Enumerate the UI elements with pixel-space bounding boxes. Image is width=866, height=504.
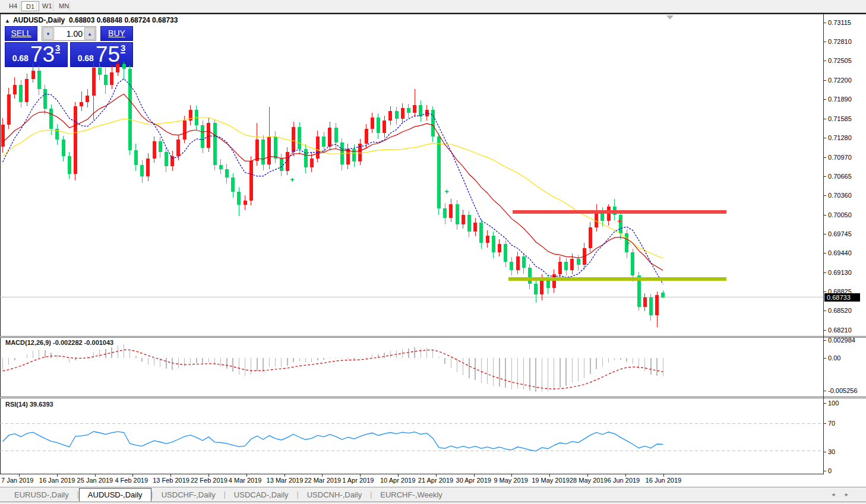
candle-body	[128, 69, 132, 150]
candle-body	[322, 137, 325, 147]
axis-tick	[823, 234, 826, 234]
macd-indicator-canvas[interactable]	[0, 337, 823, 397]
candle-body	[159, 141, 162, 152]
date-axis-tick	[322, 474, 323, 477]
candle-body	[413, 105, 416, 113]
price-scale-label: 0.71280	[828, 134, 852, 141]
axis-tick	[823, 42, 826, 42]
ma-fast-line	[3, 79, 663, 284]
axis-tick	[823, 452, 826, 452]
candle-body	[92, 68, 96, 96]
ma-slow-line	[3, 118, 663, 258]
candle-body	[165, 152, 168, 166]
candle-body	[7, 94, 11, 125]
date-axis-label: 19 May 2019	[532, 477, 570, 484]
candle-body	[334, 128, 338, 142]
axis-tick	[823, 138, 826, 138]
candle-body	[249, 161, 253, 201]
symbol-tab-usdchf[interactable]: USDCHF-,Daily	[153, 489, 224, 501]
candle-body	[153, 141, 156, 159]
candle-body	[274, 137, 277, 159]
axis-tick	[823, 358, 826, 359]
resistance-line[interactable]	[513, 210, 726, 214]
date-axis-tick	[19, 474, 20, 477]
symbol-tab-eurusd[interactable]: EURUSD-,Daily	[6, 489, 77, 501]
rsi-scale-label: 70	[828, 420, 835, 427]
symbol-tab-usdcad[interactable]: USDCAD-,Daily	[226, 489, 297, 501]
date-axis-label: 7 Jan 2019	[1, 477, 33, 484]
tab-scroll-arrows[interactable]: ◄►	[830, 492, 858, 497]
date-axis-tick	[511, 474, 512, 477]
price-scale-label: 0.68210	[828, 327, 852, 334]
candle-body	[201, 125, 204, 148]
axis-tick	[823, 340, 826, 341]
candle-body	[231, 177, 235, 191]
axis-tick	[823, 80, 826, 81]
price-scale-label: 0.71890	[828, 96, 852, 103]
candle-body	[407, 108, 410, 112]
candle-body	[237, 192, 241, 205]
candle-body	[207, 123, 210, 147]
date-axis-label: 6 Jun 2019	[608, 477, 640, 484]
candle-body	[473, 223, 477, 232]
date-axis-tick	[57, 474, 58, 477]
toolbar-separator	[53, 1, 53, 11]
candle-body	[467, 215, 471, 232]
date-axis-tick	[95, 474, 96, 477]
candle-body	[534, 284, 538, 294]
candle-body	[176, 140, 180, 157]
macd-label: MACD(12,26,9) -0.002282 -0.001043	[5, 339, 113, 346]
date-axis-tick	[625, 474, 626, 477]
date-axis-tick	[170, 474, 171, 477]
candle-body	[37, 71, 41, 90]
date-axis-tick	[208, 474, 209, 477]
axis-tick	[823, 176, 826, 177]
candle-body	[631, 252, 634, 275]
price-scale-label: 0.70050	[828, 211, 852, 218]
date-axis-label: 9 May 2019	[494, 477, 527, 484]
chart-shift-marker-icon[interactable]	[666, 15, 674, 20]
candle-body	[498, 244, 501, 252]
date-axis-label: 22 Feb 2019	[191, 477, 227, 484]
trade-marker-cross-icon: +	[617, 217, 622, 226]
price-scale-label: 0.72505	[828, 57, 852, 64]
date-axis-tick	[132, 474, 133, 477]
candle-body	[346, 149, 350, 164]
candle-body	[98, 68, 102, 75]
candle-body	[352, 149, 356, 161]
price-chart-canvas[interactable]: ++++	[0, 14, 823, 336]
rsi-scale-label: 100	[828, 400, 839, 407]
price-scale-label: 0.70970	[828, 154, 852, 161]
axis-tick	[823, 330, 826, 331]
axis-tick	[823, 99, 826, 100]
candle-body	[316, 137, 320, 159]
rsi-indicator-canvas[interactable]	[0, 399, 823, 474]
date-axis-label: 22 Mar 2019	[304, 477, 341, 484]
candle-body	[383, 121, 386, 133]
timeframe-button-h4[interactable]: H4	[5, 1, 21, 11]
rsi-label: RSI(14) 39.6393	[5, 401, 53, 408]
timeframe-button-mn[interactable]: MN	[55, 1, 73, 11]
candle-body	[510, 262, 513, 270]
symbol-tab-audusd[interactable]: AUDUSD-,Daily	[79, 488, 151, 502]
candle-body	[110, 72, 113, 85]
candle-body	[449, 204, 453, 218]
price-scale-label: 0.73115	[828, 19, 851, 26]
candle-body	[522, 256, 526, 268]
price-scale-label: 0.69440	[828, 249, 852, 256]
candle-body	[365, 129, 368, 144]
date-axis-label: 21 Apr 2019	[418, 477, 453, 484]
timeframe-toolbar: H4D1W1MN	[0, 0, 866, 12]
trade-marker-cross-icon: +	[444, 187, 449, 196]
candle-body	[504, 244, 507, 262]
candle-body	[431, 110, 435, 136]
macd-scale-label: 0.00	[828, 354, 840, 362]
candle-body	[62, 140, 65, 157]
support-line[interactable]	[508, 277, 726, 281]
symbol-tab-usdcnh[interactable]: USDCNH-,Daily	[299, 489, 370, 501]
macd-signal-line	[3, 350, 663, 389]
symbol-tab-eurchf[interactable]: EURCHF-,Weekly	[372, 489, 451, 501]
date-axis-label: 16 Jun 2019	[646, 477, 682, 484]
mt4-window: H4D1W1MN ▲AUDUSD-,Daily 0.68803 0.68848 …	[0, 0, 866, 504]
candle-body	[13, 85, 17, 94]
